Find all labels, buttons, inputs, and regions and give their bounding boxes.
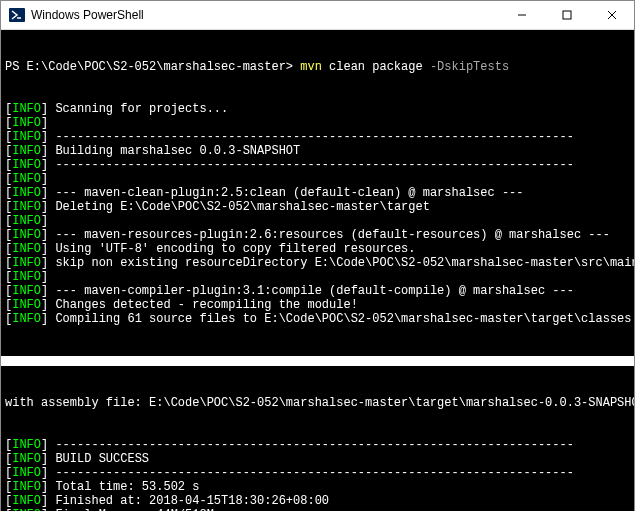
output-line: [INFO] skip non existing resourceDirecto… [5, 256, 630, 270]
output-line: [INFO] Changes detected - recompiling th… [5, 298, 630, 312]
close-button[interactable] [589, 1, 634, 29]
powershell-icon [9, 7, 25, 23]
output-line: [INFO] ---------------------------------… [5, 130, 630, 144]
output-line: [INFO] Finished at: 2018-04-15T18:30:26+… [5, 494, 630, 508]
cmd-args: clean package [322, 60, 430, 74]
output-line: [INFO] BUILD SUCCESS [5, 452, 630, 466]
output-line: [INFO] --- maven-clean-plugin:2.5:clean … [5, 186, 630, 200]
prompt-line: PS E:\Code\POC\S2-052\marshalsec-master>… [5, 60, 630, 74]
output-line: [INFO] [5, 116, 630, 130]
titlebar: Windows PowerShell [1, 1, 634, 30]
output-line: [INFO] Deleting E:\Code\POC\S2-052\marsh… [5, 200, 630, 214]
output-line: [INFO] ---------------------------------… [5, 466, 630, 480]
output-line: [INFO] Total time: 53.502 s [5, 480, 630, 494]
window-title: Windows PowerShell [31, 8, 499, 22]
output-line: [INFO] ---------------------------------… [5, 158, 630, 172]
output-line: [INFO] Building marshalsec 0.0.3-SNAPSHO… [5, 144, 630, 158]
output-line: [INFO] [5, 172, 630, 186]
output-line: [INFO] [5, 270, 630, 284]
svg-rect-2 [563, 11, 571, 19]
output-line: [INFO] [5, 214, 630, 228]
cmd-flag: -DskipTests [430, 60, 509, 74]
output-line: [INFO] ---------------------------------… [5, 438, 630, 452]
window-buttons [499, 1, 634, 29]
output-line: [INFO] --- maven-compiler-plugin:3.1:com… [5, 284, 630, 298]
terminal-pane-2[interactable]: with assembly file: E:\Code\POC\S2-052\m… [1, 366, 634, 511]
output-line: [INFO] Using 'UTF-8' encoding to copy fi… [5, 242, 630, 256]
assembly-line: with assembly file: E:\Code\POC\S2-052\m… [5, 396, 630, 410]
powershell-window: Windows PowerShell PS E:\Code\POC\S2-052… [0, 0, 635, 511]
output-line: [INFO] --- maven-resources-plugin:2.6:re… [5, 228, 630, 242]
maximize-button[interactable] [544, 1, 589, 29]
terminal-pane-1[interactable]: PS E:\Code\POC\S2-052\marshalsec-master>… [1, 30, 634, 356]
output-line: [INFO] Compiling 61 source files to E:\C… [5, 312, 630, 326]
output-lines: [INFO] ---------------------------------… [5, 438, 630, 511]
prompt-path: PS E:\Code\POC\S2-052\marshalsec-master> [5, 60, 300, 74]
output-lines: [INFO] Scanning for projects...[INFO] [I… [5, 102, 630, 326]
minimize-button[interactable] [499, 1, 544, 29]
output-line: [INFO] Scanning for projects... [5, 102, 630, 116]
cmd-mvn: mvn [300, 60, 322, 74]
